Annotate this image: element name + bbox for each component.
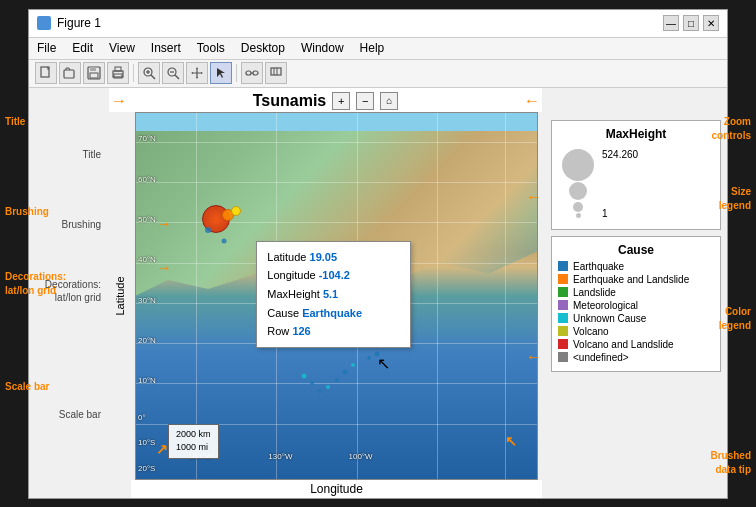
svg-marker-18	[201, 72, 203, 74]
data-point-blue-2[interactable]	[222, 238, 227, 243]
color-legend-item-7: <undefined>	[558, 352, 714, 363]
lon-label-100w: 100°W	[349, 452, 373, 461]
toolbar-separator-2	[236, 64, 237, 82]
title-arrow: →	[111, 92, 127, 110]
data-point-blue-4[interactable]	[318, 389, 322, 393]
color-legend-label-3: Meteorological	[573, 300, 638, 311]
size-legend-content: 524.260 1	[558, 145, 714, 223]
menu-desktop[interactable]: Desktop	[241, 41, 285, 55]
menu-window[interactable]: Window	[301, 41, 344, 55]
plot-title-row: → Tsunamis + − ⌂ ←	[109, 88, 542, 112]
zoom-minus-button[interactable]: −	[356, 92, 374, 110]
scale-bar: 2000 km 1000 mi	[168, 424, 219, 459]
svg-marker-17	[191, 72, 193, 74]
lat-label-60n: 60°N	[138, 175, 156, 184]
data-point-cyan-1[interactable]	[302, 374, 307, 379]
color-legend-label-5: Volcano	[573, 326, 609, 337]
save-button[interactable]	[83, 62, 105, 84]
data-point-blue-6[interactable]	[342, 370, 347, 375]
color-swatch-eq-landslide	[558, 274, 568, 284]
lat-label-10s: 10°S	[138, 438, 155, 447]
menu-edit[interactable]: Edit	[72, 41, 93, 55]
main-area: Title Brushing Decorations:lat/lon grid …	[29, 88, 727, 498]
data-point-blue-5[interactable]	[335, 378, 339, 382]
title-bar-left: Figure 1	[37, 16, 101, 30]
svg-line-13	[175, 75, 179, 79]
figure-icon	[37, 16, 51, 30]
close-button[interactable]: ✕	[703, 15, 719, 31]
size-circle-large	[562, 149, 594, 181]
scale-bar-mi: 1000 mi	[176, 441, 211, 455]
lat-label-20s: 20°S	[138, 464, 155, 473]
menu-view[interactable]: View	[109, 41, 135, 55]
tooltip-row-row: Row 126	[267, 322, 400, 341]
map-container[interactable]: 70°N 60°N 50°N 40°N 30°N 20°N 10°N 0° 10…	[135, 112, 538, 480]
svg-marker-16	[196, 77, 198, 79]
minimize-button[interactable]: —	[663, 15, 679, 31]
zoom-out-button[interactable]	[162, 62, 184, 84]
tooltip-maxheight-value: 5.1	[323, 288, 338, 300]
right-panel: MaxHeight 524.260 1 ←	[545, 88, 727, 498]
pan-button[interactable]	[186, 62, 208, 84]
data-point-blue-7[interactable]	[367, 356, 371, 360]
tooltip-row-value: 126	[292, 325, 310, 337]
new-button[interactable]	[35, 62, 57, 84]
color-swatch-volcano	[558, 326, 568, 336]
color-legend-label-6: Volcano and Landslide	[573, 339, 674, 350]
data-point-blue-8[interactable]	[374, 352, 379, 357]
svg-line-9	[151, 75, 155, 79]
zoom-in-button[interactable]	[138, 62, 160, 84]
menu-insert[interactable]: Insert	[151, 41, 181, 55]
color-legend-title: Cause	[558, 243, 714, 257]
window-title: Figure 1	[57, 16, 101, 30]
link-button[interactable]	[241, 62, 263, 84]
color-legend-label-0: Earthquake	[573, 261, 624, 272]
brush-button[interactable]	[265, 62, 287, 84]
zoom-controls-arrow: ←	[524, 92, 540, 110]
title-bar: Figure 1 — □ ✕	[29, 10, 727, 38]
svg-rect-1	[64, 70, 74, 78]
menubar: File Edit View Insert Tools Desktop Wind…	[29, 38, 727, 60]
data-point-cyan-2[interactable]	[326, 385, 330, 389]
size-labels-column: 524.260 1	[602, 149, 638, 219]
home-button[interactable]: ⌂	[380, 92, 398, 110]
title-zoom-row: Tsunamis + − ⌂	[253, 92, 399, 110]
color-legend-item-4: Unknown Cause	[558, 313, 714, 324]
size-circles-column	[562, 149, 594, 219]
gridline-v4	[437, 113, 438, 479]
open-button[interactable]	[59, 62, 81, 84]
size-legend: MaxHeight 524.260 1	[551, 120, 721, 230]
menu-file[interactable]: File	[37, 41, 56, 55]
color-legend-item-2: Landslide	[558, 287, 714, 298]
scale-bar-km: 2000 km	[176, 428, 211, 442]
menu-help[interactable]: Help	[360, 41, 385, 55]
title-bar-controls[interactable]: — □ ✕	[663, 15, 719, 31]
zoom-plus-button[interactable]: +	[332, 92, 350, 110]
color-legend-label-2: Landslide	[573, 287, 616, 298]
size-legend-title: MaxHeight	[558, 127, 714, 141]
data-point-blue-3[interactable]	[310, 381, 314, 385]
menu-tools[interactable]: Tools	[197, 41, 225, 55]
maximize-button[interactable]: □	[683, 15, 699, 31]
svg-rect-22	[271, 68, 281, 75]
color-legend-label-7: <undefined>	[573, 352, 629, 363]
data-point-cyan-3[interactable]	[351, 363, 355, 367]
color-swatch-unknown	[558, 313, 568, 323]
size-legend-max: 524.260	[602, 149, 638, 160]
data-point-blue-1[interactable]	[205, 227, 211, 233]
data-point-yellow[interactable]	[231, 206, 241, 216]
tooltip-lon-row: Longitude -104.2	[267, 266, 400, 285]
svg-rect-3	[90, 67, 96, 71]
size-legend-min: 1	[602, 208, 638, 219]
print-button[interactable]	[107, 62, 129, 84]
color-legend-item-1: Earthquake and Landslide	[558, 274, 714, 285]
scale-bar-annotation-label: Scale bar	[59, 408, 101, 421]
color-swatch-meteorological	[558, 300, 568, 310]
map-row: Latitude	[109, 112, 542, 480]
cursor-button[interactable]	[210, 62, 232, 84]
gridline-v5	[505, 113, 506, 479]
color-swatch-earthquake	[558, 261, 568, 271]
color-legend: Cause Earthquake Earthquake and Landslid…	[551, 236, 721, 372]
svg-rect-20	[253, 71, 258, 75]
lon-label-130w: 130°W	[268, 452, 292, 461]
